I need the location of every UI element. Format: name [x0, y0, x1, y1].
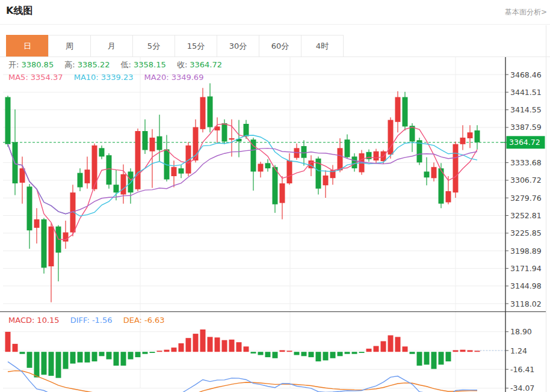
- price-axis-tick-label: 3441.51: [510, 88, 542, 97]
- tab-30分[interactable]: 30分: [217, 35, 259, 57]
- candle: [258, 164, 264, 171]
- candle: [121, 174, 126, 195]
- price-axis-tick-label: 3252.81: [510, 211, 542, 220]
- interval-tabbar: 日周月5分15分30分60分4时: [6, 35, 344, 57]
- price-axis-tick-label: 3468.46: [510, 70, 542, 79]
- candle: [424, 171, 430, 177]
- candle: [244, 124, 249, 136]
- price-gridlines: [3, 75, 505, 304]
- candle: [63, 233, 69, 242]
- diff-line: [8, 362, 477, 392]
- candle: [280, 183, 285, 203]
- candle: [323, 176, 329, 185]
- macd-axis-tick-label: 1.24: [510, 346, 527, 355]
- low-label: 低:: [121, 60, 131, 69]
- candle: [179, 168, 184, 174]
- candle: [42, 219, 47, 268]
- low-value: 3358.15: [134, 60, 166, 69]
- price-axis-labels: 3468.463441.513414.553387.593364.723333.…: [501, 70, 545, 308]
- price-axis-tick-label: 3118.02: [510, 299, 542, 308]
- candle: [49, 227, 54, 266]
- candle: [287, 161, 292, 183]
- candle: [374, 152, 379, 161]
- macd-axis-tick-label: -16.41: [510, 365, 534, 374]
- tab-4时[interactable]: 4时: [301, 35, 344, 57]
- candle: [431, 167, 437, 179]
- candle: [27, 186, 32, 230]
- macd-axis-tick-label: 18.90: [510, 327, 532, 336]
- price-axis-tick-label: 3225.85: [510, 228, 542, 237]
- price-axis-tick-label: 3171.94: [510, 264, 542, 273]
- kline-chart[interactable]: 3468.463441.513414.553387.593364.723333.…: [0, 57, 550, 392]
- ma10-label: MA10:: [74, 73, 99, 82]
- candle: [251, 139, 256, 171]
- candle: [135, 131, 141, 189]
- tab-日[interactable]: 日: [6, 35, 49, 57]
- candle: [403, 97, 408, 127]
- candle: [143, 131, 148, 150]
- candle: [208, 96, 213, 127]
- macd-axis-tick-label: -34.07: [510, 384, 534, 392]
- ma20-label: MA20:: [144, 73, 169, 82]
- current-price-tag-value: 3364.72: [509, 138, 540, 147]
- candle: [229, 138, 235, 139]
- diff-value: -1.56: [92, 316, 113, 325]
- candle: [345, 139, 350, 157]
- candle: [186, 145, 191, 174]
- macd-histogram: [5, 329, 480, 378]
- tab-周[interactable]: 周: [48, 35, 91, 57]
- ma10-value: 3339.23: [101, 73, 134, 82]
- close-value: 3364.72: [190, 60, 222, 69]
- price-axis-tick-label: 3414.55: [510, 105, 542, 114]
- price-axis-tick-label: 3387.59: [510, 123, 542, 132]
- dea-label: DEA:: [123, 316, 142, 325]
- candle: [475, 130, 480, 142]
- diff-label: DIFF:: [70, 316, 90, 325]
- candle: [301, 146, 307, 158]
- macd-axis-labels: 18.901.24-16.41-34.07: [505, 327, 534, 392]
- candle: [157, 136, 162, 150]
- page-title: K线图: [6, 5, 32, 17]
- open-label: 开:: [8, 60, 19, 69]
- tab-60分[interactable]: 60分: [259, 35, 301, 57]
- candle: [265, 163, 271, 168]
- ma-header: MA5:3354.37 MA10:3339.23 MA20:3349.69: [8, 73, 203, 82]
- candle: [171, 167, 177, 176]
- tab-5分[interactable]: 5分: [132, 35, 175, 57]
- tab-月[interactable]: 月: [90, 35, 133, 57]
- price-axis-tick-label: 3279.76: [510, 194, 542, 203]
- candle: [85, 170, 90, 183]
- open-value: 3380.85: [21, 60, 54, 69]
- header-divider: [0, 24, 550, 25]
- candle: [107, 155, 112, 185]
- candle: [453, 144, 459, 193]
- dea-value: -6.63: [144, 316, 165, 325]
- high-label: 高:: [64, 60, 75, 69]
- candles: [5, 84, 480, 302]
- candle: [114, 185, 119, 192]
- price-axis-tick-label: 3198.89: [510, 247, 542, 256]
- price-axis-tick-label: 3306.72: [510, 176, 542, 185]
- candle: [460, 138, 466, 144]
- candle: [5, 97, 11, 144]
- macd-header: MACD:10.15 DIFF:-1.56 DEA:-6.63: [8, 316, 165, 325]
- price-axis-tick-label: 3144.98: [510, 281, 542, 290]
- candle: [150, 138, 155, 152]
- ma5-value: 3354.37: [31, 73, 63, 82]
- ma5-label: MA5:: [8, 73, 28, 82]
- price-axis-tick-label: 3333.68: [510, 158, 542, 167]
- close-label: 收:: [177, 60, 187, 69]
- candle: [395, 97, 401, 122]
- candle: [34, 219, 40, 228]
- candle: [338, 148, 343, 170]
- ma20-value: 3349.69: [171, 73, 204, 82]
- kline-page: K线图 基本面分析> 日周月5分15分30分60分4时 3468.463441.…: [0, 0, 550, 392]
- candle: [446, 191, 451, 203]
- high-value: 3385.22: [78, 60, 110, 69]
- candle: [200, 97, 206, 129]
- tab-15分[interactable]: 15分: [175, 35, 217, 57]
- candle: [92, 145, 97, 189]
- candle: [222, 123, 227, 141]
- ohlc-header: 开:3380.85 高:3385.22 低:3358.15 收:3364.72: [8, 60, 222, 70]
- fundamental-analysis-link[interactable]: 基本面分析>: [505, 7, 547, 17]
